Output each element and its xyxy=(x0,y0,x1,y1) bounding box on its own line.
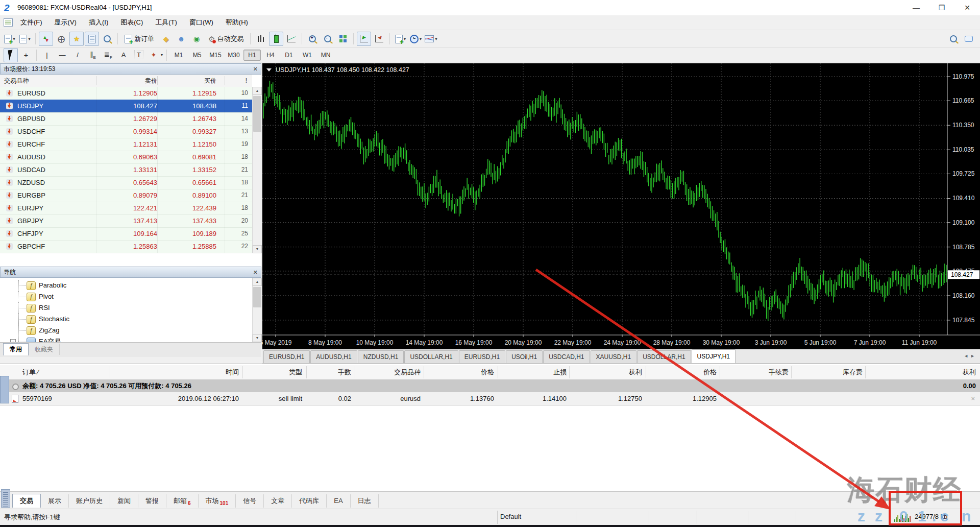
market-row-CHFJPY[interactable]: CHFJPY109.164109.18925 xyxy=(0,227,252,241)
data-window-button[interactable]: ⨁ xyxy=(54,32,68,46)
chart-tab-2[interactable]: NZDUSD,H1 xyxy=(358,350,404,363)
indicators-button[interactable]: +▾ xyxy=(393,32,407,46)
strategy-tester-button[interactable] xyxy=(100,32,114,46)
timeframe-w1[interactable]: W1 xyxy=(299,50,316,61)
navigator-item-Pivot[interactable]: fPivot xyxy=(0,291,252,302)
scroll-thumb[interactable] xyxy=(253,287,261,307)
market-watch-toggle[interactable]: ▲▼ xyxy=(39,32,53,46)
market-row-NZDUSD[interactable]: NZDUSD0.656430.6566118 xyxy=(0,176,252,189)
metaeditor-button[interactable]: ◆ xyxy=(159,32,173,46)
terminal-column-9[interactable]: 手续费 xyxy=(727,365,789,379)
trendline-button[interactable]: / xyxy=(70,48,85,62)
templates-button[interactable]: ▾ xyxy=(424,32,438,46)
chart-tab-0[interactable]: EURUSD,H1 xyxy=(263,350,310,363)
signals-button[interactable]: ◉ xyxy=(189,32,204,46)
delete-order-icon[interactable]: × xyxy=(971,392,975,405)
terminal-tab-1[interactable]: 展示 xyxy=(41,494,69,508)
scroll-up-icon[interactable]: ▲ xyxy=(253,87,262,95)
status-profile[interactable]: Default xyxy=(500,513,521,520)
terminal-column-8[interactable]: 价格 xyxy=(655,365,717,379)
column-header-2[interactable]: 买价 xyxy=(204,75,216,87)
chart-tab-6[interactable]: USDCAD,H1 xyxy=(543,350,590,363)
price-chart[interactable]: 110.975110.665110.350110.035109.725109.4… xyxy=(262,63,980,349)
terminal-column-11[interactable]: 获利 xyxy=(915,365,976,379)
chart-tab-scroll-arrows[interactable]: ◄► xyxy=(964,353,977,358)
navigator-tab-1[interactable]: 收藏夹 xyxy=(29,344,60,355)
periods-button[interactable]: ▾ xyxy=(408,32,423,46)
timeframe-m30[interactable]: M30 xyxy=(225,50,242,61)
terminal-tab-3[interactable]: 新闻 xyxy=(110,494,138,508)
menu-item-3[interactable]: 图表(C) xyxy=(114,15,149,30)
terminal-tab-2[interactable]: 账户历史 xyxy=(69,494,110,508)
market-watch-header[interactable]: 市场报价: 13:19:53✕ xyxy=(0,63,261,75)
menu-item-2[interactable]: 插入(I) xyxy=(83,15,114,30)
zoom-out-button[interactable]: - xyxy=(321,32,335,46)
column-header-0[interactable]: 交易品种 xyxy=(4,75,29,87)
menu-item-1[interactable]: 显示(V) xyxy=(48,15,83,30)
timeframe-m1[interactable]: M1 xyxy=(170,50,187,61)
chart-shift-button[interactable]: ◀ xyxy=(372,32,386,46)
terminal-tab-11[interactable]: 日志 xyxy=(351,494,379,508)
profiles-button[interactable]: ▾ xyxy=(18,32,32,46)
candle-chart-button[interactable] xyxy=(269,32,283,46)
label-button[interactable]: T xyxy=(132,48,146,62)
market-row-EURGBP[interactable]: EURGBP0.890790.8910021 xyxy=(0,189,252,202)
terminal-column-4[interactable]: 交易品种 xyxy=(359,365,421,379)
timeframe-h1[interactable]: H1 xyxy=(243,50,261,61)
chart-tab-7[interactable]: XAUUSD,H1 xyxy=(591,350,637,363)
market-watch-column-header[interactable]: 交易品种卖价买价! xyxy=(0,75,252,87)
autotrading-button[interactable]: ⚙自动交易 xyxy=(205,32,247,46)
terminal-column-0[interactable]: 订单 ∕ xyxy=(22,365,39,379)
terminal-toggle[interactable] xyxy=(85,32,99,46)
timeframe-m15[interactable]: M15 xyxy=(207,50,224,61)
scroll-down-icon[interactable]: ▼ xyxy=(253,334,262,342)
minimize-button[interactable]: — xyxy=(903,0,929,15)
timeframe-mn[interactable]: MN xyxy=(317,50,334,61)
text-button[interactable]: A xyxy=(116,48,131,62)
auto-scroll-button[interactable]: ▶ xyxy=(357,32,371,46)
new-chart-button[interactable]: +▾ xyxy=(3,32,17,46)
timeframe-h4[interactable]: H4 xyxy=(262,50,279,61)
navigator-header[interactable]: 导航✕ xyxy=(0,267,261,278)
terminal-column-5[interactable]: 价格 xyxy=(433,365,494,379)
community-button[interactable]: ☻ xyxy=(174,32,188,46)
navigator-item-Stochastic[interactable]: fStochastic xyxy=(0,314,252,325)
terminal-column-6[interactable]: 止损 xyxy=(505,365,567,379)
terminal-column-header[interactable]: 订单 ∕时间类型手数交易品种价格止损获利价格手续费库存费获利 xyxy=(0,365,980,380)
tile-windows-button[interactable] xyxy=(336,32,350,46)
terminal-tab-5[interactable]: 邮箱6 xyxy=(166,494,199,508)
chart-tab-1[interactable]: AUDUSD,H1 xyxy=(310,350,357,363)
market-row-USDCHF[interactable]: USDCHF0.993140.9932713 xyxy=(0,125,252,138)
column-header-1[interactable]: 卖价 xyxy=(145,75,157,87)
crosshair-button[interactable]: + xyxy=(19,48,33,62)
navigator-scrollbar[interactable]: ▲ ▼ xyxy=(252,278,262,342)
market-row-EURJPY[interactable]: EURJPY122.421122.43918 xyxy=(0,202,252,215)
vertical-line-button[interactable]: | xyxy=(40,48,54,62)
terminal-tab-4[interactable]: 警报 xyxy=(138,494,166,508)
chat-button[interactable] xyxy=(962,32,976,46)
scroll-up-icon[interactable]: ▲ xyxy=(253,278,262,286)
navigator-item-ZigZag[interactable]: fZigZag xyxy=(0,325,252,336)
scroll-down-icon[interactable]: ▼ xyxy=(253,245,262,253)
chart-tab-9[interactable]: USDJPY,H1 xyxy=(692,349,736,363)
arrows-button[interactable]: ✦▾ xyxy=(147,48,163,62)
market-row-GBPJPY[interactable]: GBPJPY137.413137.43320 xyxy=(0,214,252,228)
navigator-item-Parabolic[interactable]: fParabolic xyxy=(0,280,252,291)
terminal-column-1[interactable]: 时间 xyxy=(178,365,239,379)
restore-button[interactable]: ❐ xyxy=(929,0,954,15)
menu-item-5[interactable]: 窗口(W) xyxy=(183,15,219,30)
terminal-tab-7[interactable]: 信号 xyxy=(236,494,264,508)
terminal-tab-10[interactable]: EA xyxy=(327,494,350,508)
menu-item-6[interactable]: 帮助(H) xyxy=(219,15,254,30)
market-row-USDJPY[interactable]: USDJPY108.427108.43811 xyxy=(0,100,252,113)
chart-area[interactable]: 110.975110.665110.350110.035109.725109.4… xyxy=(262,63,980,349)
terminal-tab-6[interactable]: 市场101 xyxy=(199,494,236,508)
order-row[interactable]: 559701692019.06.12 06:27:10sell limit0.0… xyxy=(0,392,980,406)
terminal-tab-0[interactable]: 交易 xyxy=(12,494,41,508)
navigator-tab-0[interactable]: 常用 xyxy=(3,343,29,355)
cursor-button[interactable] xyxy=(4,48,18,62)
terminal-tab-9[interactable]: 代码库 xyxy=(292,494,327,508)
new-order-button[interactable]: +新订单 xyxy=(121,32,158,46)
terminal-column-3[interactable]: 手数 xyxy=(290,365,351,379)
menu-item-0[interactable]: 文件(F) xyxy=(14,15,48,30)
